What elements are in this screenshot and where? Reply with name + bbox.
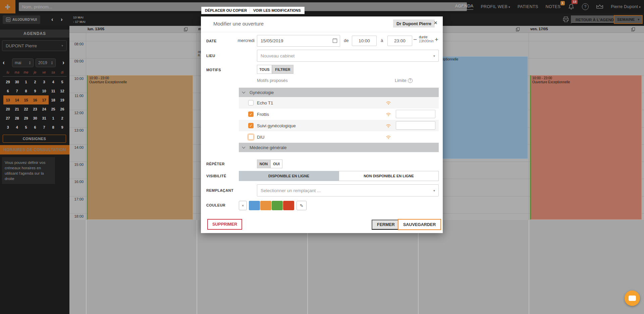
minical-day[interactable]: 30 bbox=[12, 77, 21, 86]
minical-day[interactable]: 19 bbox=[58, 95, 67, 104]
duration-plus-button[interactable]: + bbox=[435, 37, 438, 43]
repeter-non-button[interactable]: NON bbox=[257, 160, 270, 168]
minical-day[interactable]: 4 bbox=[49, 77, 58, 86]
chat-bubble-button[interactable] bbox=[625, 290, 640, 306]
motif-group-header[interactable]: Médecine générale bbox=[239, 143, 439, 152]
motifs-filtrer-button[interactable]: FILTRER bbox=[272, 65, 293, 74]
minical-day[interactable]: 9 bbox=[31, 86, 40, 95]
minical-next-arrow[interactable]: › bbox=[62, 59, 64, 66]
minical-day[interactable]: 16 bbox=[31, 95, 40, 104]
minical-day[interactable]: 21 bbox=[12, 104, 21, 114]
minical-day[interactable]: 29 bbox=[3, 77, 12, 86]
minical-day[interactable]: 6 bbox=[31, 123, 40, 132]
duration-minus-button[interactable]: − bbox=[413, 37, 417, 43]
nav-notes[interactable]: NOTES 1 bbox=[546, 4, 561, 9]
today-button[interactable]: 22 AUJOURD'HUI bbox=[3, 15, 40, 24]
voir-les-modifications-button[interactable]: VOIR LES MODIFICATIONS bbox=[250, 7, 305, 14]
next-week-arrow[interactable]: › bbox=[61, 16, 63, 23]
minical-day[interactable]: 30 bbox=[31, 114, 40, 123]
minical-day[interactable]: 5 bbox=[21, 123, 31, 132]
minical-day[interactable]: 18 bbox=[49, 95, 58, 104]
day-header-ven[interactable]: ven. 17/05 bbox=[529, 26, 644, 33]
minical-day[interactable]: 31 bbox=[40, 114, 49, 123]
copy-day-icon[interactable] bbox=[184, 27, 188, 33]
minical-day[interactable]: 5 bbox=[58, 77, 67, 86]
fermer-button[interactable]: FERMER bbox=[372, 220, 400, 230]
minical-day[interactable]: 9 bbox=[58, 123, 67, 132]
minical-day[interactable]: 7 bbox=[12, 86, 21, 95]
minical-day[interactable]: 15 bbox=[21, 95, 31, 104]
date-input[interactable] bbox=[257, 35, 340, 47]
lieu-select[interactable]: Nouveau cabinet ▾ bbox=[257, 50, 439, 62]
motif-checkbox[interactable] bbox=[248, 100, 254, 105]
help-icon[interactable]: ? bbox=[582, 3, 589, 10]
minical-day[interactable]: 7 bbox=[40, 123, 49, 132]
minical-day[interactable]: 20 bbox=[3, 104, 12, 114]
color-swatch-red[interactable] bbox=[283, 201, 294, 210]
color-swatch-orange[interactable] bbox=[260, 201, 271, 210]
minical-day[interactable]: 1 bbox=[49, 114, 58, 123]
color-custom-pencil-button[interactable]: ✎ bbox=[297, 201, 307, 210]
minical-day[interactable]: 27 bbox=[3, 114, 12, 123]
motif-checkbox[interactable]: ✓ bbox=[248, 111, 254, 117]
minical-day[interactable]: 3 bbox=[40, 77, 49, 86]
minical-day[interactable]: 14 bbox=[12, 95, 21, 104]
minical-day[interactable]: 8 bbox=[49, 123, 58, 132]
deplacer-ou-copier-button[interactable]: DÉPLACER OU COPIER bbox=[201, 7, 251, 14]
minical-day[interactable]: 23 bbox=[31, 104, 40, 114]
prev-week-arrow[interactable]: ‹ bbox=[51, 16, 53, 23]
motif-limit-input[interactable] bbox=[396, 121, 435, 130]
minical-day[interactable]: 29 bbox=[21, 114, 31, 123]
minical-day[interactable]: 11 bbox=[49, 86, 58, 95]
minical-day[interactable]: 28 bbox=[12, 114, 21, 123]
day-header-lun[interactable]: lun. 13/05 bbox=[86, 26, 197, 33]
start-time-input[interactable] bbox=[352, 36, 377, 46]
color-swatch-green[interactable] bbox=[272, 201, 283, 210]
motif-group-header[interactable]: Gynécologie bbox=[239, 88, 439, 97]
app-logo[interactable]: ✚ bbox=[0, 0, 15, 14]
minical-day[interactable]: 6 bbox=[3, 86, 12, 95]
color-swatch-blue[interactable] bbox=[249, 201, 260, 210]
copy-day-icon[interactable] bbox=[516, 27, 520, 33]
motif-checkbox[interactable] bbox=[248, 134, 254, 140]
doctor-select[interactable]: DUPONT Pierre ▾ bbox=[2, 40, 67, 51]
minical-day[interactable]: 24 bbox=[40, 104, 49, 114]
color-none-button[interactable]: × bbox=[239, 201, 247, 210]
minical-day[interactable]: 2 bbox=[31, 77, 40, 86]
end-time-input[interactable] bbox=[387, 36, 412, 46]
minical-day[interactable]: 2 bbox=[58, 114, 67, 123]
crown-icon[interactable] bbox=[596, 4, 603, 9]
minical-day[interactable]: 1 bbox=[21, 77, 31, 86]
notifications-bell-icon[interactable]: 13 bbox=[568, 3, 575, 10]
copy-day-icon[interactable] bbox=[631, 27, 635, 33]
minical-day[interactable]: 12 bbox=[58, 86, 67, 95]
help-icon[interactable]: ? bbox=[408, 78, 413, 83]
motifs-tous-button[interactable]: TOUS bbox=[257, 65, 272, 74]
calendar-icon[interactable] bbox=[332, 38, 337, 45]
minical-day[interactable]: 4 bbox=[12, 123, 21, 132]
event-ouverture-ven[interactable]: 10:00 - 23:00 Ouverture Exceptionnelle bbox=[530, 75, 642, 220]
minical-day[interactable]: 8 bbox=[21, 86, 31, 95]
motif-checkbox[interactable]: ✓ bbox=[248, 123, 254, 128]
user-menu[interactable]: Pierre Dupont▾ bbox=[611, 4, 641, 9]
minical-year-select[interactable]: 2019 ▲▼ bbox=[36, 58, 56, 67]
minical-day[interactable]: 26 bbox=[58, 104, 67, 114]
nav-patients[interactable]: PATIENTS bbox=[518, 4, 538, 9]
print-icon[interactable] bbox=[563, 16, 569, 24]
non-disponible-en-ligne-button[interactable]: NON DISPONIBLE EN LIGNE bbox=[339, 171, 439, 181]
event-ouverture-lun[interactable]: 10:00 - 23:00 Ouverture Exceptionnelle bbox=[87, 75, 193, 220]
remplacant-select[interactable]: Selectionner un remplaçant ... ▾ bbox=[257, 184, 439, 196]
minical-day[interactable]: 3 bbox=[3, 123, 12, 132]
close-icon[interactable]: × bbox=[434, 19, 437, 27]
minical-day[interactable]: 13 bbox=[3, 95, 12, 104]
minical-month-select[interactable]: mai ▲▼ bbox=[12, 58, 34, 67]
consignes-button[interactable]: CONSIGNES bbox=[3, 135, 66, 143]
repeter-oui-button[interactable]: OUI bbox=[270, 160, 282, 168]
semaine-view-button[interactable]: SEMAINE ▾ bbox=[614, 15, 643, 24]
motif-limit-input[interactable] bbox=[396, 110, 435, 118]
nav-agenda[interactable]: AGENDA bbox=[455, 4, 474, 10]
nav-profil-web[interactable]: PROFIL WEB▾ bbox=[481, 4, 510, 9]
minical-day[interactable]: 25 bbox=[49, 104, 58, 114]
disponible-en-ligne-button[interactable]: DISPONIBLE EN LIGNE bbox=[239, 171, 339, 181]
minical-day[interactable]: 10 bbox=[40, 86, 49, 95]
